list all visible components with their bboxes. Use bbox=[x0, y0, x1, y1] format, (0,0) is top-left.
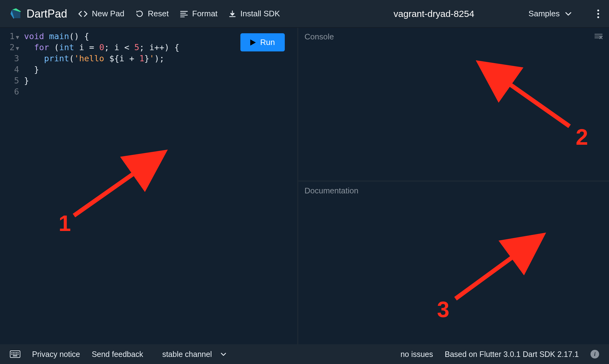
svg-text:1: 1 bbox=[59, 211, 71, 236]
fold-marker-icon[interactable]: ▼ bbox=[16, 45, 19, 51]
channel-dropdown[interactable]: stable channel bbox=[162, 350, 226, 359]
format-icon bbox=[180, 10, 188, 17]
docs-title: Documentation bbox=[298, 182, 609, 200]
line-number: 1▼ bbox=[0, 31, 19, 42]
code-line: print('hello ${i + 1}'); bbox=[24, 53, 179, 64]
svg-rect-31 bbox=[14, 354, 15, 355]
chevron-down-icon bbox=[221, 353, 226, 356]
console-title: Console bbox=[298, 28, 609, 46]
editor-panel: Run 1▼2▼3456 void main() { for (int i = … bbox=[0, 28, 298, 344]
documentation-panel: Documentation 3 bbox=[298, 182, 609, 344]
pad-name: vagrant-dryad-8254 bbox=[394, 9, 474, 19]
channel-label: stable channel bbox=[162, 350, 212, 359]
version-info: Based on Flutter 3.0.1 Dart SDK 2.17.1 bbox=[445, 350, 579, 359]
dart-logo-icon bbox=[10, 8, 22, 20]
code-line: } bbox=[24, 64, 179, 75]
overflow-menu-button[interactable] bbox=[597, 10, 599, 18]
code-lines: void main() { for (int i = 0; i < 5; i++… bbox=[22, 31, 179, 97]
clear-console-button[interactable] bbox=[594, 33, 603, 40]
new-pad-label: New Pad bbox=[92, 9, 125, 18]
download-icon bbox=[229, 10, 236, 18]
svg-text:3: 3 bbox=[437, 297, 449, 320]
app-footer: Privacy notice Send feedback stable chan… bbox=[0, 344, 609, 364]
svg-rect-24 bbox=[11, 352, 12, 353]
svg-rect-28 bbox=[18, 352, 18, 353]
svg-text:2: 2 bbox=[576, 125, 588, 149]
svg-line-21 bbox=[456, 240, 536, 299]
code-line: for (int i = 0; i < 5; i++) { bbox=[24, 42, 179, 53]
code-line: void main() { bbox=[24, 31, 179, 42]
svg-rect-33 bbox=[18, 354, 18, 355]
svg-rect-34 bbox=[13, 355, 17, 356]
issues-status[interactable]: no issues bbox=[400, 350, 433, 359]
privacy-notice-link[interactable]: Privacy notice bbox=[32, 350, 80, 359]
code-icon bbox=[78, 10, 88, 18]
annotation-2: 2 bbox=[471, 55, 600, 154]
format-button[interactable]: Format bbox=[180, 9, 218, 18]
line-number: 4 bbox=[0, 64, 19, 75]
line-number: 3 bbox=[0, 53, 19, 64]
line-number: 5 bbox=[0, 75, 19, 86]
line-number: 6 bbox=[0, 86, 19, 97]
code-line: } bbox=[24, 75, 179, 86]
run-label: Run bbox=[260, 38, 275, 47]
fold-marker-icon[interactable]: ▼ bbox=[16, 34, 19, 40]
run-button[interactable]: Run bbox=[240, 33, 285, 51]
annotation-1: 1 bbox=[52, 145, 176, 237]
format-label: Format bbox=[192, 9, 218, 18]
code-line bbox=[24, 86, 179, 97]
new-pad-button[interactable]: New Pad bbox=[78, 9, 125, 18]
install-sdk-label: Install SDK bbox=[240, 9, 280, 18]
line-gutter: 1▼2▼3456 bbox=[0, 31, 22, 97]
svg-line-10 bbox=[74, 157, 157, 216]
logo-text: DartPad bbox=[27, 7, 67, 20]
svg-rect-29 bbox=[11, 354, 12, 355]
annotation-3: 3 bbox=[431, 222, 560, 320]
line-number: 2▼ bbox=[0, 42, 19, 53]
svg-line-18 bbox=[486, 68, 570, 126]
svg-marker-8 bbox=[250, 39, 256, 46]
play-icon bbox=[250, 39, 256, 46]
svg-rect-30 bbox=[13, 354, 14, 355]
send-feedback-link[interactable]: Send feedback bbox=[92, 350, 143, 359]
console-panel: Console 2 bbox=[298, 28, 609, 182]
samples-dropdown[interactable]: Samples bbox=[529, 9, 571, 18]
reset-label: Reset bbox=[148, 9, 169, 18]
reset-button[interactable]: Reset bbox=[136, 9, 169, 18]
chevron-down-icon bbox=[565, 12, 571, 16]
logo-group[interactable]: DartPad bbox=[10, 7, 67, 20]
main-area: Run 1▼2▼3456 void main() { for (int i = … bbox=[0, 28, 609, 344]
reset-icon bbox=[136, 10, 144, 18]
install-sdk-button[interactable]: Install SDK bbox=[229, 9, 280, 18]
right-panels: Console 2 Documentation 3 bbox=[298, 28, 609, 344]
app-header: DartPad New Pad Reset Format bbox=[0, 0, 609, 28]
samples-label: Samples bbox=[529, 9, 560, 18]
svg-rect-26 bbox=[14, 352, 15, 353]
svg-rect-32 bbox=[16, 354, 17, 355]
keyboard-icon[interactable] bbox=[10, 350, 20, 358]
svg-rect-25 bbox=[13, 352, 14, 353]
info-button[interactable]: i bbox=[591, 350, 599, 358]
svg-rect-27 bbox=[16, 352, 17, 353]
